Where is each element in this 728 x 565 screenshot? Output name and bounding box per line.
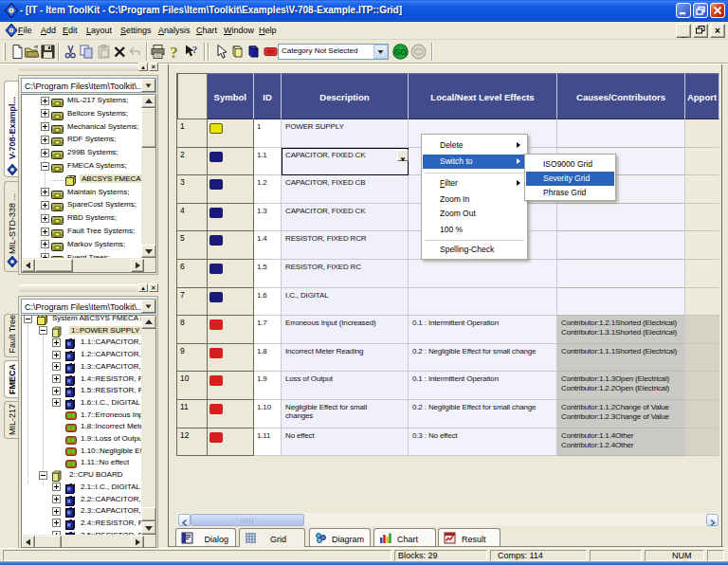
svg-text:GO: GO — [394, 47, 408, 57]
svg-text:?: ? — [170, 44, 178, 60]
svg-text:?: ? — [192, 44, 198, 55]
